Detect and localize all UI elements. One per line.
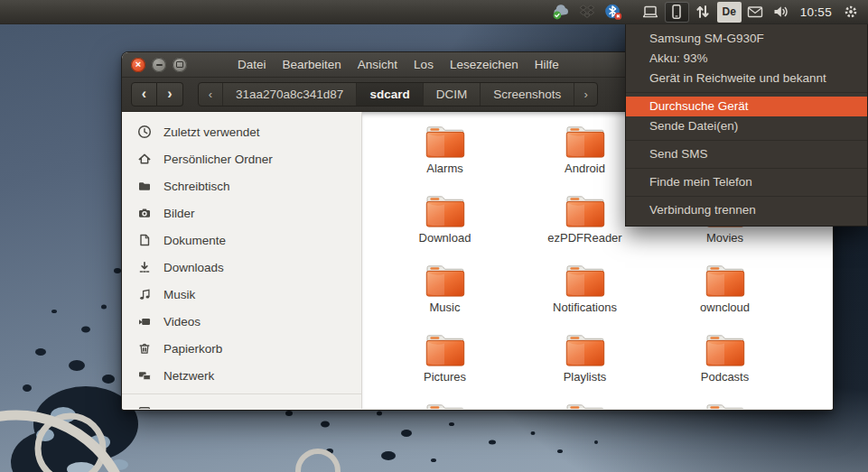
menu-device-name: Samsung SM-G930F [626,29,867,49]
sidebar-item-downloads-label: Downloads [163,261,224,274]
folder-item[interactable]: Playlists [515,333,655,403]
network-icon [137,368,152,383]
folder-icon [425,264,466,298]
sidebar-item-trash[interactable]: Papierkorb [122,335,361,362]
folder-icon [705,264,746,298]
sidebar-item-videos[interactable]: Videos [122,308,361,335]
window-menubar: DateiBearbeitenAnsichtLosLesezeichenHilf… [229,52,567,77]
folder-item[interactable] [515,403,655,409]
sidebar-separator [122,393,361,394]
network-transfer-indicator[interactable] [691,2,715,23]
top-panel: De10:55 [0,0,868,24]
sidebar-item-videos-label: Videos [163,315,201,329]
folder-name: Movies [706,231,743,245]
path-item-device-id[interactable]: 31aa270a8c341d87 [222,83,356,106]
folder-item[interactable]: owncloud [655,264,795,333]
folder-icon [425,125,466,159]
sidebar-item-trash-label: Papierkorb [163,342,222,356]
sidebar-item-documents[interactable]: Dokumente [122,227,361,254]
phone-icon [667,4,686,20]
mail-indicator[interactable] [743,2,768,23]
sidebar-item-desktop[interactable]: Schreibtisch [122,172,361,199]
folder-icon [705,333,746,367]
menu-item-find-phone[interactable]: Finde mein Telefon [626,172,867,192]
menu-item-send-sms[interactable]: Send SMS [626,144,867,164]
folder-item[interactable]: Download [375,194,515,264]
minimize-button[interactable] [152,58,166,72]
menu-separator [626,196,867,197]
sidebar-item-network[interactable]: Netzwerk [122,362,361,389]
clock-indicator[interactable]: 10:55 [796,2,836,23]
folder-item[interactable]: Alarms [375,125,515,194]
window-controls [131,58,193,72]
volume-icon [772,4,790,20]
path-scroll-left-button[interactable] [199,83,222,106]
menu-ansicht[interactable]: Ansicht [350,52,406,77]
folder-icon [565,194,606,228]
folder-item[interactable]: Notifications [515,264,655,333]
menu-datei[interactable]: Datei [229,52,275,77]
folder-name: Android [565,162,605,175]
folder-name: Music [430,301,461,314]
sidebar-item-recent-label: Zuletzt verwendet [163,125,260,139]
path-scroll-right-button[interactable] [574,83,597,106]
dropbox-indicator[interactable] [575,2,600,23]
back-button[interactable] [131,82,157,106]
sidebar-item-music-label: Musik [163,288,195,301]
path-item-sdcard[interactable]: sdcard [356,83,422,106]
mail-icon [746,4,764,20]
sidebar-item-pictures[interactable]: Bilder [122,199,361,227]
folder-icon [565,125,606,159]
menu-separator [626,168,867,169]
menu-item-browse-device[interactable]: Durchsuche Gerät [626,97,867,116]
menu-lesezeichen[interactable]: Lesezeichen [442,52,527,77]
sidebar-item-network-label: Netzwerk [163,369,214,383]
sidebar-item-music[interactable]: Musik [122,281,361,308]
menu-los[interactable]: Los [406,52,442,77]
sidebar-item-computer[interactable] [122,398,361,409]
menu-hilfe[interactable]: Hilfe [527,52,567,77]
path-item-screenshots[interactable]: Screenshots [480,83,574,106]
places-sidebar: Zuletzt verwendetPersönlicher OrdnerSchr… [122,112,362,409]
folder-name: Alarms [426,162,462,175]
folder-name: Download [419,231,471,245]
folder-item[interactable]: Pictures [375,333,515,403]
sidebar-item-home[interactable]: Persönlicher Ordner [122,145,361,172]
cloud-sync-icon [552,4,570,20]
folder-icon [425,333,466,367]
folder-icon [425,194,466,228]
panel-indicators: De10:55 [548,2,863,23]
cloud-sync-indicator[interactable] [549,2,574,23]
phone-indicator[interactable] [665,2,689,23]
menu-battery-status: Akku: 93% [626,49,867,69]
transfer-arrows-icon [694,4,712,20]
maximize-button[interactable] [173,58,187,72]
keyboard-layout-indicator[interactable]: De [717,2,742,23]
folder-icon [565,333,606,367]
display-indicator[interactable] [639,2,663,23]
menu-bearbeiten[interactable]: Bearbeiten [275,52,350,77]
sidebar-item-downloads[interactable]: Downloads [122,254,361,281]
volume-indicator[interactable] [770,2,794,23]
folder-item[interactable]: Podcasts [655,333,795,403]
folder-item[interactable] [655,403,795,409]
camera-icon [137,206,152,220]
menu-reachable-status: Gerät in Reichweite und bekannt [626,69,867,88]
menu-item-disconnect[interactable]: Verbindung trennen [626,200,867,220]
menu-item-send-files[interactable]: Sende Datei(en) [626,116,867,136]
session-menu-indicator[interactable] [838,2,863,23]
path-item-dcim[interactable]: DCIM [423,83,481,106]
close-button[interactable] [131,58,145,72]
folder-item[interactable] [375,403,515,409]
folder-name: ezPDFReader [547,231,621,245]
bluetooth-indicator[interactable] [602,2,626,23]
menu-separator [626,92,867,93]
computer-icon [137,404,152,409]
download-icon [137,260,152,274]
forward-button[interactable] [157,82,183,106]
sidebar-item-recent[interactable]: Zuletzt verwendet [122,118,361,145]
folder-item[interactable]: Music [375,264,515,333]
home-icon [137,152,152,166]
phone-dropdown-menu: Samsung SM-G930FAkku: 93%Gerät in Reichw… [625,24,868,227]
sidebar-item-documents-label: Dokumente [163,234,226,247]
